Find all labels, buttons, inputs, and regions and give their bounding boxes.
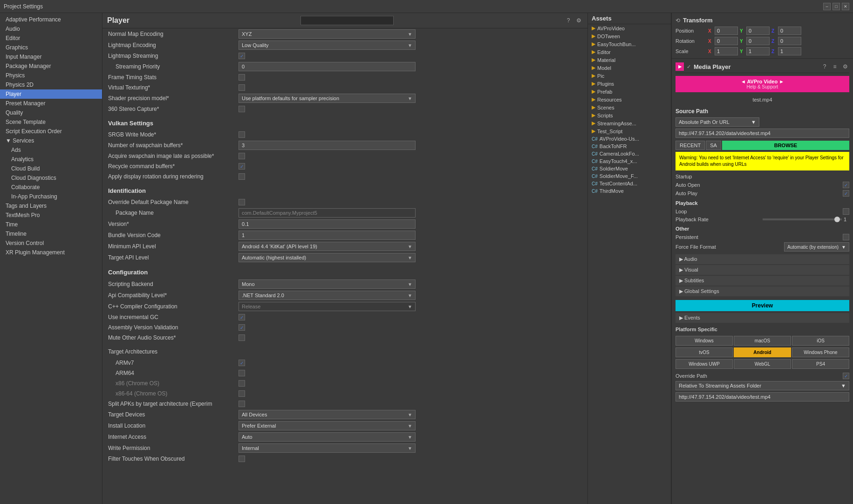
search-input[interactable]	[300, 16, 394, 25]
asset-item-prefab[interactable]: ▶Prefab	[588, 88, 671, 95]
asset-item-plugins[interactable]: ▶Plugins	[588, 80, 671, 88]
force-file-format-dropdown[interactable]: Automatic (by extension) ▼	[784, 242, 849, 252]
subtitles-section-btn[interactable]: ▶ Subtitles	[676, 276, 849, 286]
acquire-swapchain-checkbox[interactable]	[239, 153, 245, 159]
asset-item-model[interactable]: ▶Model	[588, 64, 671, 72]
sidebar-item-physics-2d[interactable]: Physics 2D	[0, 80, 102, 89]
sidebar-item-services[interactable]: ▼ Services	[0, 136, 102, 145]
sidebar-item-cloud-build[interactable]: Cloud Build	[0, 164, 102, 173]
asset-item-soldiermovef[interactable]: C#SoldierMove_F...	[588, 172, 671, 180]
sidebar-item-preset-manager[interactable]: Preset Manager	[0, 99, 102, 108]
arm64-checkbox[interactable]	[239, 370, 245, 376]
incremental-gc-checkbox[interactable]	[239, 314, 245, 320]
override-path-type-dropdown[interactable]: Relative To Streaming Assets Folder ▼	[676, 381, 849, 390]
asset-item-streamingasse[interactable]: ▶StreamingAsse...	[588, 119, 671, 127]
auto-play-checkbox[interactable]	[843, 190, 849, 197]
display-rotation-checkbox[interactable]	[239, 173, 245, 180]
platform-tvos-button[interactable]: tvOS	[676, 347, 733, 357]
rotation-y-input[interactable]	[746, 37, 770, 45]
sidebar-item-script-execution-order[interactable]: Script Execution Order	[0, 127, 102, 136]
bundle-version-code-input[interactable]	[239, 231, 416, 240]
sidebar-item-version-control[interactable]: Version Control	[0, 238, 102, 248]
x8664-checkbox[interactable]	[239, 390, 245, 397]
rotation-z-input[interactable]	[778, 37, 801, 45]
stereo-capture-checkbox[interactable]	[239, 106, 245, 112]
asset-item-avprovideous[interactable]: C#AVProVideo-Us...	[588, 135, 671, 143]
lightmap-streaming-checkbox[interactable]	[239, 53, 245, 59]
platform-android-button[interactable]: Android	[734, 347, 791, 357]
mute-audio-checkbox[interactable]	[239, 334, 245, 341]
scripting-backend-dropdown[interactable]: Mono ▼	[239, 279, 416, 289]
sidebar-item-player[interactable]: Player	[0, 89, 102, 99]
persistent-checkbox[interactable]	[843, 234, 849, 240]
rotation-x-input[interactable]	[715, 37, 738, 45]
asset-item-editor[interactable]: ▶Editor	[588, 48, 671, 56]
sidebar-item-input-manager[interactable]: Input Manager	[0, 52, 102, 61]
recycle-command-checkbox[interactable]	[239, 163, 245, 170]
mp-more-icon[interactable]: ≡	[831, 62, 839, 71]
asset-item-thirdmove[interactable]: C#ThirdMove	[588, 187, 671, 195]
scale-z-input[interactable]	[778, 47, 801, 55]
sidebar-item-textmesh-pro[interactable]: TextMesh Pro	[0, 211, 102, 220]
api-compat-dropdown[interactable]: .NET Standard 2.0 ▼	[239, 291, 416, 300]
audio-section-btn[interactable]: ▶ Audio	[676, 254, 849, 264]
assembly-validation-checkbox[interactable]	[239, 324, 245, 331]
sidebar-item-quality[interactable]: Quality	[0, 108, 102, 117]
help-icon[interactable]: ?	[564, 16, 573, 25]
minimize-button[interactable]: –	[823, 3, 831, 10]
cpp-compiler-dropdown[interactable]: Release ▼	[239, 302, 416, 311]
browse-button[interactable]: BROWSE	[722, 141, 849, 150]
mp-enabled-checkbox[interactable]: ✓	[687, 64, 691, 70]
asset-item-pic[interactable]: ▶Pic	[588, 72, 671, 80]
settings-icon[interactable]: ⚙	[574, 16, 583, 25]
sidebar-item-collaborate[interactable]: Collaborate	[0, 183, 102, 192]
sidebar-item-xr-plugin-management[interactable]: XR Plugin Management	[0, 248, 102, 257]
asset-item-easytouchbun[interactable]: ▶EasyTouchBun...	[588, 40, 671, 48]
mp-settings-icon[interactable]: ⚙	[841, 62, 849, 71]
shader-precision-dropdown[interactable]: Use platform defaults for sampler precis…	[239, 94, 416, 103]
asset-item-material[interactable]: ▶Material	[588, 56, 671, 64]
sa-button[interactable]: SA	[706, 141, 721, 150]
normal-map-encoding-dropdown[interactable]: XYZ ▼	[239, 29, 416, 39]
events-section-btn[interactable]: ▶ Events	[676, 313, 849, 323]
maximize-button[interactable]: □	[833, 3, 840, 10]
avpro-banner[interactable]: ◄ AVPro Video ► Help & Support	[676, 76, 849, 92]
source-path-type-dropdown[interactable]: Absolute Path Or URL ▼	[676, 117, 759, 127]
asset-item-testcontentad[interactable]: C#TestContentAd...	[588, 180, 671, 187]
asset-item-easytouch4[interactable]: C#EasyTouch4_x...	[588, 157, 671, 165]
armv7-checkbox[interactable]	[239, 360, 245, 366]
override-path-input[interactable]	[676, 392, 849, 402]
position-y-input[interactable]	[746, 27, 770, 35]
asset-item-cameralookfo[interactable]: C#CameraLookFo...	[588, 150, 671, 157]
mp-help-icon[interactable]: ?	[820, 62, 829, 71]
asset-item-backtonFR[interactable]: C#BackToNFR	[588, 143, 671, 150]
write-permission-dropdown[interactable]: Internal ▼	[239, 443, 416, 453]
position-z-input[interactable]	[778, 27, 801, 35]
loop-checkbox[interactable]	[843, 208, 849, 215]
streaming-priority-input[interactable]	[239, 62, 416, 71]
preview-button[interactable]: Preview	[676, 300, 849, 311]
target-api-dropdown[interactable]: Automatic (highest installed) ▼	[239, 253, 416, 262]
filter-touches-checkbox[interactable]	[239, 456, 245, 462]
asset-item-scenes[interactable]: ▶Scenes	[588, 103, 671, 111]
global-settings-section-btn[interactable]: ▶ Global Settings	[676, 286, 849, 296]
source-path-input[interactable]	[676, 129, 849, 138]
sidebar-item-audio[interactable]: Audio	[0, 24, 102, 34]
close-button[interactable]: ✕	[842, 3, 849, 10]
x86-checkbox[interactable]	[239, 380, 245, 387]
lightmap-encoding-dropdown[interactable]: Low Quality ▼	[239, 41, 416, 50]
srgb-write-checkbox[interactable]	[239, 131, 245, 138]
platform-ios-button[interactable]: iOS	[792, 336, 849, 346]
asset-item-soldiermove[interactable]: C#SoldierMove	[588, 165, 671, 172]
version-input[interactable]	[239, 219, 416, 229]
asset-item-resources[interactable]: ▶Resources	[588, 95, 671, 103]
playback-rate-slider[interactable]	[763, 218, 842, 220]
visual-section-btn[interactable]: ▶ Visual	[676, 265, 849, 275]
virtual-texturing-checkbox[interactable]	[239, 84, 245, 91]
asset-item-dotween[interactable]: ▶DOTween	[588, 32, 671, 40]
sidebar-item-timeline[interactable]: Timeline	[0, 229, 102, 238]
platform-windows-phone-button[interactable]: Windows Phone	[792, 347, 849, 357]
platform-webgl-button[interactable]: WebGL	[734, 359, 791, 369]
target-devices-dropdown[interactable]: All Devices ▼	[239, 410, 416, 419]
sidebar-item-tags-and-layers[interactable]: Tags and Layers	[0, 201, 102, 211]
